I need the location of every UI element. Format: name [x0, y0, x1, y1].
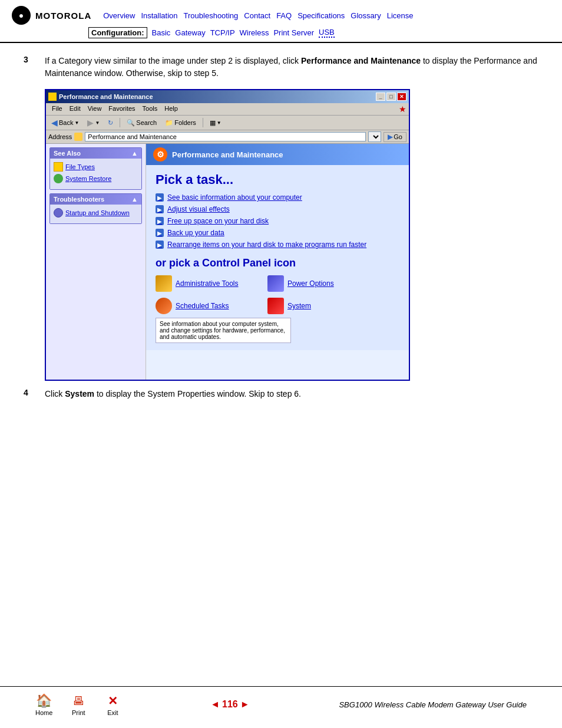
page-number: 116: [222, 699, 238, 710]
config-wireless[interactable]: Wireless: [240, 28, 269, 37]
win-toolbar: ◀ Back ▼ ▶ ▼ ↻ 🔍 Search 📁 F: [46, 116, 409, 130]
toolbar-folders-label: Folders: [174, 119, 196, 126]
toolbar-back-button[interactable]: ◀ Back ▼: [48, 117, 82, 129]
config-usb[interactable]: USB: [319, 28, 335, 38]
toolbar-sep2: [203, 118, 203, 127]
address-folder-icon: [74, 133, 82, 141]
sidebar-troubleshooters-header[interactable]: Troubleshooters ▲: [50, 194, 141, 205]
nav-installation[interactable]: Installation: [141, 11, 177, 20]
win-maximize-button[interactable]: □: [386, 93, 396, 101]
win-body: See Also ▲ File Types System Restore: [46, 144, 409, 380]
toolbar-search-button[interactable]: 🔍 Search: [124, 118, 160, 128]
task-label-1: Adjust visual effects: [167, 205, 230, 213]
sidebar-file-types[interactable]: File Types: [54, 162, 138, 172]
system-restore-icon: [54, 174, 63, 183]
cp-system-label: System: [287, 302, 311, 310]
cp-admin-label: Administrative Tools: [176, 279, 239, 288]
address-dropdown[interactable]: [368, 131, 381, 142]
exit-icon: ✕: [104, 693, 121, 709]
win-close-button[interactable]: ✕: [397, 93, 406, 101]
toolbar-views-button[interactable]: ▦ ▼: [207, 118, 224, 128]
menu-tools[interactable]: Tools: [139, 104, 161, 114]
task-item-2[interactable]: ▶ Free up space on your hard disk: [156, 217, 399, 225]
step4-text1: Click: [45, 389, 65, 398]
step4-number: 4: [24, 388, 35, 400]
task-item-4[interactable]: ▶ Rearrange items on your hard disk to m…: [156, 241, 399, 249]
win-controls[interactable]: _ □ ✕: [376, 93, 406, 101]
cp-item-admin[interactable]: Administrative Tools: [156, 275, 262, 292]
screenshot-container: Performance and Maintenance _ □ ✕ File E…: [45, 89, 410, 381]
cp-item-system[interactable]: System: [267, 298, 373, 314]
motorola-logo-circle: ●: [12, 6, 31, 25]
config-tcpip[interactable]: TCP/IP: [210, 28, 235, 37]
next-page-button[interactable]: ►: [240, 699, 250, 710]
task-item-0[interactable]: ▶ See basic information about your compu…: [156, 193, 399, 202]
home-icon-shape: 🏠: [36, 693, 52, 709]
nav-contact[interactable]: Contact: [244, 11, 270, 20]
win-main-header: ⚙ Performance and Maintenance: [146, 144, 409, 165]
prev-page-button[interactable]: ◄: [210, 699, 220, 710]
win-main-header-title: Performance and Maintenance: [172, 150, 283, 159]
win-titlebar: Performance and Maintenance _ □ ✕: [46, 90, 409, 103]
footer-exit[interactable]: ✕ Exit: [104, 693, 121, 716]
menu-edit[interactable]: Edit: [66, 104, 84, 114]
config-gateway[interactable]: Gateway: [175, 28, 205, 37]
exit-icon-shape: ✕: [108, 694, 118, 708]
footer-print-label: Print: [72, 709, 85, 716]
menu-view[interactable]: View: [84, 104, 105, 114]
task-label-0: See basic information about your compute…: [167, 193, 302, 202]
menu-favorites[interactable]: Favorites: [105, 104, 138, 114]
nav-troubleshooting[interactable]: Troubleshooting: [184, 11, 239, 20]
win-minimize-button[interactable]: _: [376, 93, 385, 101]
cp-power-label: Power Options: [287, 279, 334, 288]
task-arrow-0: ▶: [156, 193, 164, 202]
win-menubar: File Edit View Favorites Tools Help ★: [46, 103, 409, 116]
sidebar-see-also-collapse[interactable]: ▲: [131, 150, 138, 157]
address-input[interactable]: [85, 132, 366, 141]
win-title-icon: [48, 93, 57, 101]
config-basic[interactable]: Basic: [152, 28, 171, 37]
task-item-1[interactable]: ▶ Adjust visual effects: [156, 205, 399, 213]
nav-glossary[interactable]: Glossary: [351, 11, 381, 20]
control-panel-items: Administrative Tools Power Options Sched…: [156, 275, 399, 314]
cp-item-power[interactable]: Power Options: [267, 275, 373, 292]
footer-print[interactable]: 🖶 Print: [70, 693, 87, 716]
system-info-text: See information about your computer syst…: [160, 321, 285, 340]
or-pick-title: or pick a Control Panel icon: [156, 257, 399, 269]
sidebar-troubleshooters-body: Startup and Shutdown: [50, 205, 141, 223]
footer-home[interactable]: 🏠 Home: [35, 693, 52, 716]
step4-bold: System: [65, 389, 94, 398]
footer-pagination: ◄ 116 ►: [210, 699, 249, 710]
task-label-4: Rearrange items on your hard disk to mak…: [167, 241, 366, 249]
toolbar-fwd-arrow: ▼: [95, 120, 100, 126]
sidebar-troubleshooters-collapse[interactable]: ▲: [131, 196, 138, 203]
nav-faq[interactable]: FAQ: [276, 11, 292, 20]
menu-file[interactable]: File: [48, 104, 66, 114]
cp-tasks-label: Scheduled Tasks: [176, 302, 229, 310]
toolbar-refresh-button[interactable]: ↻: [105, 118, 116, 128]
win-title: Performance and Maintenance: [48, 93, 153, 101]
toolbar-forward-button[interactable]: ▶ ▼: [84, 117, 103, 129]
win-sidebar: See Also ▲ File Types System Restore: [46, 144, 146, 380]
pick-task-title: Pick a task...: [156, 172, 399, 187]
task-item-3[interactable]: ▶ Back up your data: [156, 229, 399, 237]
print-icon-shape: 🖶: [72, 694, 84, 708]
cp-item-tasks[interactable]: Scheduled Tasks: [156, 298, 262, 314]
menu-help[interactable]: Help: [161, 104, 181, 114]
sidebar-system-restore[interactable]: System Restore: [54, 174, 138, 183]
sidebar-see-also-header[interactable]: See Also ▲: [50, 148, 141, 159]
power-options-icon: [267, 275, 284, 292]
task-arrow-4: ▶: [156, 241, 164, 249]
nav-overview[interactable]: Overview: [103, 11, 135, 20]
sidebar-troubleshooters-label: Troubleshooters: [54, 196, 104, 203]
footer-exit-label: Exit: [107, 709, 118, 716]
address-go-button[interactable]: ▶ Go: [384, 132, 406, 142]
toolbar-folders-button[interactable]: 📁 Folders: [162, 118, 199, 128]
sidebar-startup-shutdown[interactable]: Startup and Shutdown: [54, 208, 138, 218]
nav-license[interactable]: License: [387, 11, 414, 20]
footer-nav: 🏠 Home 🖶 Print ✕ Exit: [35, 693, 121, 716]
config-printserver[interactable]: Print Server: [273, 28, 314, 37]
footer-guide-title: SBG1000 Wireless Cable Modem Gateway Use…: [339, 700, 527, 709]
sidebar-see-also-body: File Types System Restore: [50, 159, 141, 189]
nav-specifications[interactable]: Specifications: [297, 11, 345, 20]
